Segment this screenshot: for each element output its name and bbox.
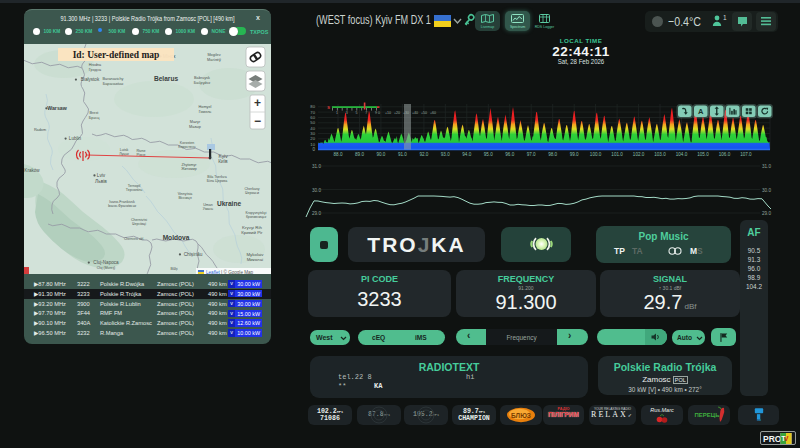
svg-text:Id: User-defined map: Id: User-defined map xyxy=(73,50,160,60)
svg-text:40: 40 xyxy=(310,126,315,131)
svg-text:Івано-Франківськ: Івано-Франківськ xyxy=(108,204,137,208)
svg-text:Bălți: Bălți xyxy=(171,267,178,271)
svg-text:Belarus: Belarus xyxy=(154,75,179,82)
svg-text:102.0: 102.0 xyxy=(633,152,645,157)
svg-text:−: − xyxy=(254,114,261,128)
svg-text:31.0: 31.0 xyxy=(762,164,771,169)
svg-text:S: S xyxy=(327,105,330,110)
svg-text:T: T xyxy=(781,435,786,442)
svg-text:101.0: 101.0 xyxy=(611,152,623,157)
svg-text:+20: +20 xyxy=(394,111,400,115)
svg-text:1: 1 xyxy=(336,111,338,115)
svg-text:Умань: Умань xyxy=(203,207,214,211)
svg-text:7: 7 xyxy=(365,111,367,115)
svg-text:91.0: 91.0 xyxy=(398,152,407,157)
svg-text:+: + xyxy=(254,96,261,110)
svg-text:Коростень: Коростень xyxy=(178,145,195,149)
svg-text:9: 9 xyxy=(375,111,377,115)
svg-text:Кропивницьк: Кропивницьк xyxy=(246,215,267,219)
svg-text:Брэсц: Брэсц xyxy=(89,116,100,120)
svg-text:106.0: 106.0 xyxy=(719,152,731,157)
svg-text:29.0: 29.0 xyxy=(312,211,321,216)
svg-text:30: 30 xyxy=(310,131,315,136)
svg-text:90.0: 90.0 xyxy=(376,152,385,157)
svg-text:Kraków: Kraków xyxy=(24,168,40,173)
svg-text:Homyel: Homyel xyxy=(199,105,212,109)
svg-text:98.0: 98.0 xyxy=(548,152,557,157)
svg-text:+40: +40 xyxy=(412,111,418,115)
svg-text:60: 60 xyxy=(310,115,315,120)
svg-text:105.0: 105.0 xyxy=(697,152,709,157)
svg-text:107.0: 107.0 xyxy=(740,152,752,157)
svg-text:Київ: Київ xyxy=(218,159,228,164)
svg-text:+50: +50 xyxy=(421,111,427,115)
svg-text:99.0: 99.0 xyxy=(570,152,579,157)
svg-text:Chernivtsi obl.: Chernivtsi obl. xyxy=(124,237,144,241)
svg-text:93.0: 93.0 xyxy=(441,152,450,157)
svg-text:100.0: 100.0 xyxy=(590,152,602,157)
svg-text:Вінниця: Вінниця xyxy=(178,196,191,200)
svg-text:5: 5 xyxy=(356,111,358,115)
svg-text:Babruysk: Babruysk xyxy=(194,76,210,80)
svg-text:92.0: 92.0 xyxy=(419,152,428,157)
svg-text:0: 0 xyxy=(378,111,380,115)
svg-text:70: 70 xyxy=(310,110,315,115)
svg-text:Mazyr: Mazyr xyxy=(190,120,201,124)
svg-text:Гомель: Гомель xyxy=(199,110,212,114)
svg-text:Moldova: Moldova xyxy=(163,234,190,241)
svg-text:97.0: 97.0 xyxy=(527,152,536,157)
svg-text:30.0: 30.0 xyxy=(312,188,321,193)
svg-text:Житомир: Житомир xyxy=(181,167,196,171)
svg-text:БЛЮЗ: БЛЮЗ xyxy=(511,412,531,419)
svg-text:Mogilev: Mogilev xyxy=(207,53,220,57)
svg-text:Кривий Ріг: Кривий Ріг xyxy=(241,230,263,235)
svg-text:3: 3 xyxy=(346,111,348,115)
svg-text:94.0: 94.0 xyxy=(462,152,471,157)
svg-text:Гродна: Гродна xyxy=(89,68,102,72)
svg-text:+10: +10 xyxy=(385,111,391,115)
svg-text:103.0: 103.0 xyxy=(654,152,666,157)
svg-text:Hrodna: Hrodna xyxy=(89,63,102,67)
svg-text:Магілёў: Магілёў xyxy=(207,58,221,62)
svg-text:A: A xyxy=(698,107,704,116)
svg-text:Warsaw: Warsaw xyxy=(47,105,67,111)
svg-text:95.0: 95.0 xyxy=(484,152,493,157)
svg-text:50: 50 xyxy=(310,120,315,125)
svg-text:31.0: 31.0 xyxy=(312,164,321,169)
svg-text:Brest: Brest xyxy=(90,111,100,115)
svg-text:96.0: 96.0 xyxy=(505,152,514,157)
svg-text:80: 80 xyxy=(310,104,315,109)
svg-text:29.0: 29.0 xyxy=(762,211,771,216)
svg-text:Чернівці: Чернівці xyxy=(132,222,146,226)
svg-text:Черкаси: Черкаси xyxy=(245,191,259,195)
svg-text:fm: fm xyxy=(757,418,761,422)
svg-text:Бабруйск: Бабруйск xyxy=(194,81,211,85)
svg-text:| © Google Map: | © Google Map xyxy=(221,269,254,274)
svg-text:0: 0 xyxy=(312,147,315,152)
svg-text:Ukraine: Ukraine xyxy=(217,200,242,207)
svg-text:Біла Церква: Біла Церква xyxy=(207,179,227,183)
svg-text:Cluj-Napoca: Cluj-Napoca xyxy=(93,260,119,265)
svg-text:30.0: 30.0 xyxy=(762,188,771,193)
svg-text:Radom: Radom xyxy=(34,128,46,132)
svg-text:Тернопіль: Тернопіль xyxy=(126,188,143,192)
svg-text:Баранавічы: Баранавічы xyxy=(103,82,124,86)
svg-text:20: 20 xyxy=(310,136,315,141)
svg-text:88.0: 88.0 xyxy=(334,152,343,157)
svg-text:Lviv: Lviv xyxy=(97,173,106,178)
svg-text:Białystok: Białystok xyxy=(81,77,100,82)
svg-text:Lublin: Lublin xyxy=(69,136,82,141)
svg-text:+30: +30 xyxy=(403,111,409,115)
svg-text:Львів: Львів xyxy=(95,179,107,184)
svg-text:Baranavichy: Baranavichy xyxy=(103,77,124,81)
svg-text:Chișinău: Chișinău xyxy=(184,252,203,257)
svg-text:Миколаї: Миколаї xyxy=(247,257,264,262)
svg-text:Cluj (Mureș): Cluj (Mureș) xyxy=(97,266,115,270)
svg-text:+60: +60 xyxy=(430,111,436,115)
svg-text:Мазыр: Мазыр xyxy=(189,125,201,129)
svg-text:104.0: 104.0 xyxy=(676,152,688,157)
svg-text:Leaflet: Leaflet xyxy=(206,270,221,274)
svg-text:89.0: 89.0 xyxy=(355,152,364,157)
